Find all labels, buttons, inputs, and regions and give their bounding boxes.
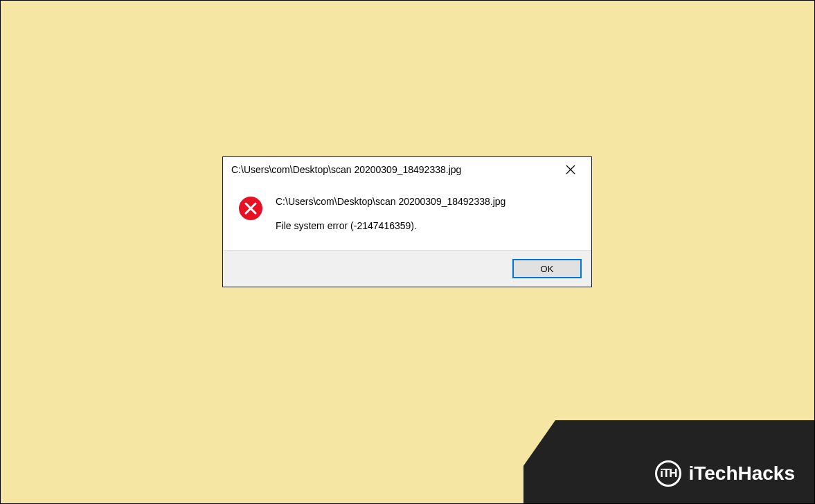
dialog-titlebar: C:\Users\com\Desktop\scan 20200309_18492… (223, 157, 591, 182)
message-error: File system error (-2147416359). (276, 219, 505, 233)
error-icon (238, 196, 263, 221)
dialog-message: C:\Users\com\Desktop\scan 20200309_18492… (276, 195, 505, 233)
ok-button[interactable]: OK (512, 259, 582, 278)
watermark: iTH iTechHacks (523, 420, 814, 503)
error-dialog: C:\Users\com\Desktop\scan 20200309_18492… (222, 156, 592, 287)
message-path: C:\Users\com\Desktop\scan 20200309_18492… (276, 195, 505, 209)
watermark-logo-icon: iTH (655, 460, 681, 487)
close-icon (566, 165, 575, 174)
close-button[interactable] (557, 160, 584, 179)
watermark-content: iTH iTechHacks (655, 460, 795, 487)
watermark-brand: iTechHacks (688, 462, 795, 485)
dialog-content: C:\Users\com\Desktop\scan 20200309_18492… (223, 182, 591, 250)
dialog-footer: OK (223, 250, 591, 287)
dialog-title: C:\Users\com\Desktop\scan 20200309_18492… (231, 164, 461, 175)
